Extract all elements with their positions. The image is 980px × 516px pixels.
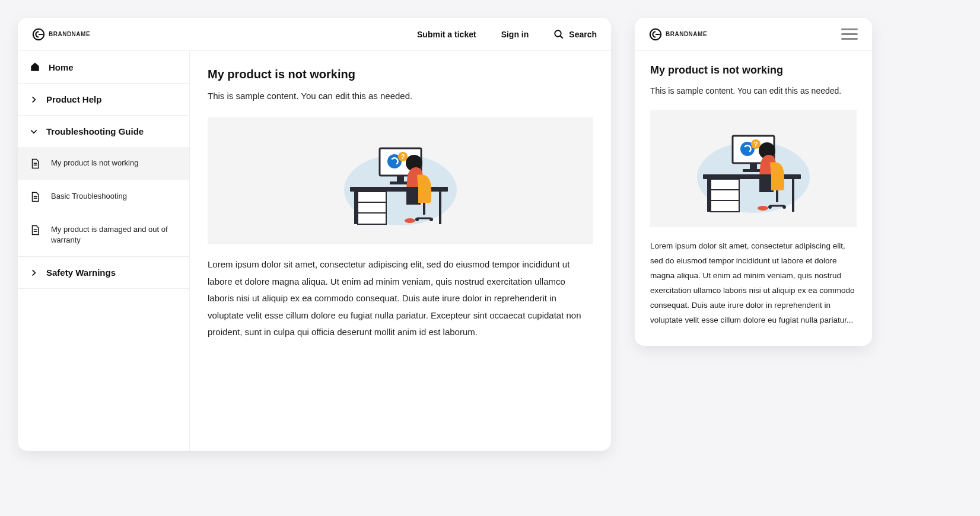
sidebar-sub-label-damaged: My product is damaged and out of warrant… bbox=[51, 224, 177, 246]
sidebar-sub-label-basic: Basic Troubleshooting bbox=[51, 191, 127, 202]
sidebar-item-troubleshooting[interactable]: Troubleshooting Guide bbox=[18, 116, 189, 147]
svg-rect-16 bbox=[354, 192, 358, 224]
sidebar-sub-label-not-working: My product is not working bbox=[51, 158, 138, 168]
header-nav: Submit a ticket Sign in Search bbox=[417, 29, 597, 40]
chevron-down-icon bbox=[30, 128, 38, 136]
sidebar-label-safety: Safety Warnings bbox=[46, 267, 116, 278]
svg-rect-26 bbox=[423, 203, 425, 215]
desktop-view: BRANDNAME Submit a ticket Sign in Search… bbox=[18, 18, 611, 451]
hamburger-bar-icon bbox=[841, 28, 858, 30]
article-body-mobile: Lorem ipsum dolor sit amet, consectetur … bbox=[650, 239, 857, 328]
article-content: My product is not working This is sample… bbox=[190, 51, 611, 451]
article-content-mobile: My product is not working This is sample… bbox=[635, 51, 872, 346]
support-illustration-icon: ? bbox=[341, 130, 460, 231]
svg-point-51 bbox=[782, 205, 786, 209]
article-title: My product is not working bbox=[208, 68, 593, 81]
sidebar-label-troubleshooting: Troubleshooting Guide bbox=[46, 126, 144, 136]
mobile-view: BRANDNAME My product is not working This… bbox=[635, 18, 872, 346]
brand-logo-mobile[interactable]: BRANDNAME bbox=[649, 28, 707, 41]
svg-rect-38 bbox=[707, 179, 711, 212]
svg-rect-19 bbox=[397, 176, 404, 181]
sidebar-sub-damaged[interactable]: My product is damaged and out of warrant… bbox=[18, 214, 189, 257]
sidebar: Home Product Help Troubleshooting Guide … bbox=[18, 51, 190, 451]
hamburger-bar-icon bbox=[841, 33, 858, 35]
svg-rect-34 bbox=[703, 174, 801, 179]
header-desktop: BRANDNAME Submit a ticket Sign in Search bbox=[18, 18, 611, 51]
brand-logo-icon bbox=[649, 28, 662, 41]
body-wrap: Home Product Help Troubleshooting Guide … bbox=[18, 51, 611, 451]
home-icon bbox=[30, 62, 40, 72]
article-body: Lorem ipsum dolor sit amet, consectetur … bbox=[208, 256, 593, 341]
chevron-right-icon bbox=[30, 95, 38, 104]
hamburger-bar-icon bbox=[841, 38, 858, 40]
svg-text:?: ? bbox=[754, 141, 758, 148]
brand-logo-icon bbox=[32, 28, 45, 41]
article-illustration-mobile: ? bbox=[650, 110, 857, 227]
svg-rect-11 bbox=[350, 187, 448, 192]
article-intro-mobile: This is sample content. You can edit thi… bbox=[650, 86, 857, 95]
sidebar-label-home: Home bbox=[49, 62, 74, 72]
sidebar-sub-basic[interactable]: Basic Troubleshooting bbox=[18, 180, 189, 214]
brand-name-mobile: BRANDNAME bbox=[666, 31, 707, 37]
svg-point-50 bbox=[768, 205, 772, 209]
svg-rect-39 bbox=[792, 179, 794, 212]
svg-rect-41 bbox=[750, 163, 757, 169]
document-icon bbox=[30, 224, 40, 236]
svg-rect-35 bbox=[711, 179, 739, 212]
article-intro: This is sample content. You can edit thi… bbox=[208, 91, 593, 101]
menu-button[interactable] bbox=[841, 28, 858, 40]
search-button[interactable]: Search bbox=[553, 29, 597, 40]
sidebar-label-product-help: Product Help bbox=[46, 94, 101, 104]
svg-text:?: ? bbox=[401, 153, 405, 160]
svg-point-30 bbox=[405, 218, 415, 223]
svg-rect-17 bbox=[439, 192, 441, 224]
svg-point-52 bbox=[758, 206, 768, 211]
article-illustration: ? bbox=[208, 117, 593, 244]
svg-line-3 bbox=[561, 36, 564, 39]
svg-rect-48 bbox=[776, 190, 778, 202]
sidebar-item-safety[interactable]: Safety Warnings bbox=[18, 257, 189, 289]
header-mobile: BRANDNAME bbox=[635, 18, 872, 51]
search-icon bbox=[553, 29, 564, 40]
svg-point-29 bbox=[429, 218, 433, 221]
support-illustration-icon: ? bbox=[694, 118, 813, 219]
brand-name: BRANDNAME bbox=[49, 31, 90, 37]
sidebar-item-product-help[interactable]: Product Help bbox=[18, 84, 189, 116]
svg-rect-12 bbox=[358, 192, 386, 224]
sign-in-link[interactable]: Sign in bbox=[501, 30, 529, 39]
document-icon bbox=[30, 191, 40, 203]
sidebar-sub-not-working[interactable]: My product is not working bbox=[18, 147, 189, 180]
search-label: Search bbox=[569, 30, 597, 39]
article-title-mobile: My product is not working bbox=[650, 64, 857, 77]
document-icon bbox=[30, 158, 40, 170]
svg-point-28 bbox=[415, 218, 419, 221]
svg-point-2 bbox=[555, 30, 562, 37]
submit-ticket-link[interactable]: Submit a ticket bbox=[417, 30, 476, 39]
sidebar-item-home[interactable]: Home bbox=[18, 51, 189, 84]
brand-logo[interactable]: BRANDNAME bbox=[32, 28, 90, 41]
chevron-right-icon bbox=[30, 269, 38, 277]
